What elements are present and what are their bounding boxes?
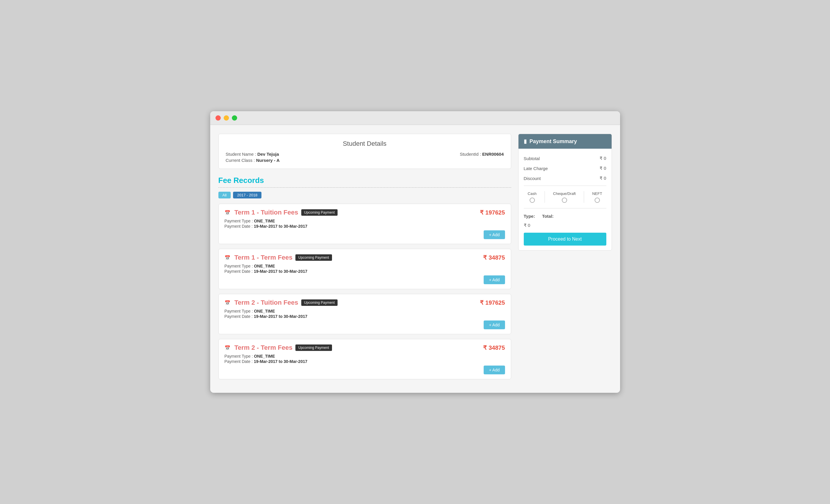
- summary-total-row: Type: Total:: [524, 211, 606, 220]
- student-class-value: Nursery - A: [256, 158, 280, 163]
- proceed-button[interactable]: Proceed to Next: [524, 233, 606, 245]
- cheque-label: Cheque/Draft: [553, 192, 576, 196]
- fee-card-details-3: Payment Type : ONE_TIME Payment Date : 1…: [225, 354, 505, 364]
- calendar-icon-1: 📅: [225, 255, 230, 261]
- close-button[interactable]: [216, 115, 221, 121]
- payment-method-cheque: Cheque/Draft: [553, 192, 576, 203]
- neft-radio[interactable]: [595, 198, 600, 203]
- cheque-radio[interactable]: [562, 198, 567, 203]
- student-name-value: Dev Tejuja: [257, 152, 279, 157]
- filter-row: All 2017 - 2018: [218, 192, 511, 198]
- student-name-label: Student Name :: [226, 152, 256, 157]
- upcoming-badge-3: Upcoming Payment: [295, 344, 332, 351]
- add-button-0[interactable]: + Add: [484, 230, 505, 239]
- payment-type-label-2: Payment Type :: [225, 309, 253, 313]
- student-id-label: StudentId :: [460, 152, 481, 157]
- discount-value: ₹ 0: [600, 176, 606, 181]
- fee-amount-3: ₹ 34875: [483, 344, 505, 351]
- fee-card-title-2: Term 2 - Tuition Fees: [234, 299, 298, 306]
- upcoming-badge-1: Upcoming Payment: [295, 254, 332, 261]
- fee-card-3: 📅 Term 2 - Term Fees Upcoming Payment ₹ …: [218, 339, 511, 379]
- section-divider: [218, 187, 511, 188]
- app-window: Student Details Student Name : Dev Tejuj…: [210, 111, 620, 393]
- payment-type-label-0: Payment Type :: [225, 219, 253, 223]
- late-charge-row: Late Charge ₹ 0: [524, 163, 606, 173]
- payment-date-field-2: Payment Date : 19-Mar-2017 to 30-Mar-201…: [225, 314, 505, 319]
- payment-method-row: Cash Cheque/Draft NEFT: [524, 188, 606, 206]
- payment-type-field-3: Payment Type : ONE_TIME: [225, 354, 505, 359]
- fee-card-footer-1: + Add: [225, 275, 505, 284]
- late-charge-value: ₹ 0: [600, 166, 606, 171]
- payment-summary-icon: ▮: [524, 138, 527, 144]
- fee-card-title-row-2: 📅 Term 2 - Tuition Fees Upcoming Payment: [225, 299, 338, 306]
- fee-card-title-row-1: 📅 Term 1 - Term Fees Upcoming Payment: [225, 254, 332, 261]
- fee-card-header-3: 📅 Term 2 - Term Fees Upcoming Payment ₹ …: [225, 344, 505, 351]
- student-class-field: Current Class : Nursery - A: [226, 158, 280, 163]
- fee-card-footer-0: + Add: [225, 230, 505, 239]
- payment-date-label-0: Payment Date :: [225, 224, 253, 229]
- calendar-icon-0: 📅: [225, 210, 230, 215]
- fee-card-details-0: Payment Type : ONE_TIME Payment Date : 1…: [225, 219, 505, 229]
- student-details-card: Student Details Student Name : Dev Tejuj…: [218, 134, 511, 169]
- payment-method-neft: NEFT: [592, 192, 602, 203]
- fee-card-header-0: 📅 Term 1 - Tuition Fees Upcoming Payment…: [225, 209, 505, 216]
- subtotal-label: Subtotal: [524, 156, 540, 161]
- payment-date-value-2: 19-Mar-2017 to 30-Mar-2017: [254, 314, 308, 319]
- student-class-label: Current Class :: [226, 158, 255, 163]
- payment-summary-title: Payment Summary: [530, 138, 577, 144]
- main-content: Student Details Student Name : Dev Tejuj…: [210, 125, 620, 393]
- type-value: ₹ 0: [524, 223, 531, 228]
- upcoming-badge-2: Upcoming Payment: [301, 299, 338, 306]
- neft-label: NEFT: [592, 192, 602, 196]
- add-button-1[interactable]: + Add: [484, 275, 505, 284]
- maximize-button[interactable]: [232, 115, 237, 121]
- subtotal-value: ₹ 0: [600, 156, 606, 161]
- add-button-2[interactable]: + Add: [484, 321, 505, 329]
- cash-radio[interactable]: [530, 198, 535, 203]
- summary-type-value-row: ₹ 0: [524, 220, 606, 229]
- upcoming-badge-0: Upcoming Payment: [301, 209, 338, 216]
- student-info-row: Student Name : Dev Tejuja Current Class …: [226, 152, 504, 163]
- fee-records-title: Fee Records: [218, 176, 511, 185]
- fee-amount-1: ₹ 34875: [483, 254, 505, 261]
- minimize-button[interactable]: [224, 115, 229, 121]
- titlebar: [210, 111, 620, 125]
- discount-row: Discount ₹ 0: [524, 173, 606, 183]
- fee-amount-0: ₹ 197625: [480, 209, 505, 216]
- payment-type-value-0: ONE_TIME: [254, 219, 275, 223]
- calendar-icon-3: 📅: [225, 345, 230, 350]
- fee-card-2: 📅 Term 2 - Tuition Fees Upcoming Payment…: [218, 294, 511, 334]
- filter-year-button[interactable]: 2017 - 2018: [233, 192, 261, 198]
- fee-card-title-1: Term 1 - Term Fees: [234, 254, 292, 261]
- fee-records-section: Fee Records All 2017 - 2018 📅 Term 1 - T…: [218, 176, 511, 379]
- fee-card-footer-2: + Add: [225, 321, 505, 329]
- cash-label: Cash: [528, 192, 536, 196]
- late-charge-label: Late Charge: [524, 166, 548, 171]
- summary-divider-2: [524, 208, 606, 208]
- payment-date-field-0: Payment Date : 19-Mar-2017 to 30-Mar-201…: [225, 224, 505, 229]
- fee-card-title-3: Term 2 - Term Fees: [234, 344, 292, 351]
- payment-type-value-1: ONE_TIME: [254, 264, 275, 268]
- calendar-icon-2: 📅: [225, 300, 230, 306]
- fee-card-footer-3: + Add: [225, 366, 505, 374]
- payment-date-label-1: Payment Date :: [225, 269, 253, 274]
- payment-type-value-2: ONE_TIME: [254, 309, 275, 313]
- fee-card-title-0: Term 1 - Tuition Fees: [234, 209, 298, 216]
- payment-summary-panel: ▮ Payment Summary Subtotal ₹ 0 Late Char…: [518, 134, 612, 250]
- payment-date-label-3: Payment Date :: [225, 359, 253, 364]
- payment-summary-header: ▮ Payment Summary: [518, 134, 612, 149]
- discount-label: Discount: [524, 176, 541, 181]
- filter-all-button[interactable]: All: [218, 192, 231, 198]
- payment-type-field-2: Payment Type : ONE_TIME: [225, 309, 505, 313]
- summary-divider-1: [524, 186, 606, 186]
- total-label: Total:: [542, 214, 554, 219]
- payment-date-label-2: Payment Date :: [225, 314, 253, 319]
- fee-card-header-1: 📅 Term 1 - Term Fees Upcoming Payment ₹ …: [225, 254, 505, 261]
- fee-card-details-1: Payment Type : ONE_TIME Payment Date : 1…: [225, 264, 505, 274]
- add-button-3[interactable]: + Add: [484, 366, 505, 374]
- student-id-field: StudentId : ENR00604: [460, 152, 504, 157]
- subtotal-row: Subtotal ₹ 0: [524, 154, 606, 163]
- fee-card-0: 📅 Term 1 - Tuition Fees Upcoming Payment…: [218, 204, 511, 244]
- payment-date-field-1: Payment Date : 19-Mar-2017 to 30-Mar-201…: [225, 269, 505, 274]
- student-name-field: Student Name : Dev Tejuja: [226, 152, 280, 157]
